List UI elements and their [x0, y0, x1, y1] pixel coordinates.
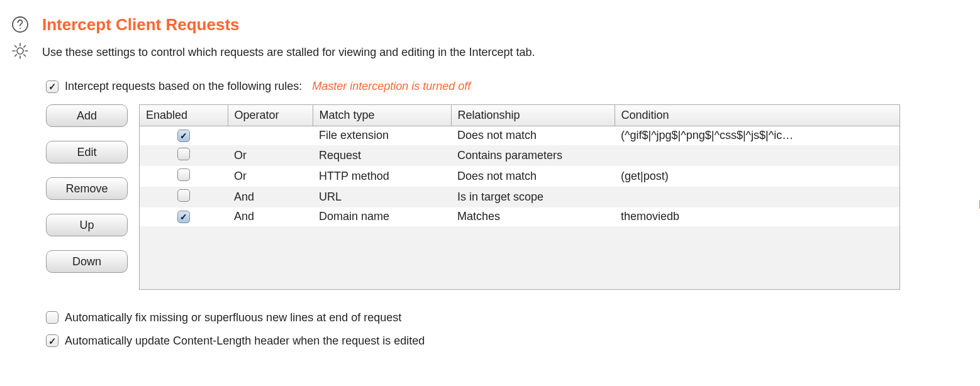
svg-point-1	[19, 28, 21, 29]
update-content-length-label: Automatically update Content-Length head…	[65, 334, 425, 348]
cell-condition: (get|post)	[615, 166, 899, 187]
remove-button[interactable]: Remove	[46, 177, 128, 200]
cell-match-type: Request	[313, 145, 451, 166]
table-row[interactable]: AndURLIs in target scope	[140, 187, 899, 207]
down-button[interactable]: Down	[46, 250, 128, 273]
cell-condition	[615, 187, 899, 207]
cell-match-type: Domain name	[313, 207, 451, 226]
col-relationship[interactable]: Relationship	[451, 105, 615, 126]
edit-button[interactable]: Edit	[46, 141, 128, 163]
section-title: Intercept Client Requests	[42, 16, 240, 33]
row-enabled-checkbox[interactable]	[177, 211, 190, 223]
cell-operator: And	[228, 207, 313, 226]
cell-match-type: HTTP method	[313, 166, 451, 187]
gear-icon[interactable]	[11, 41, 30, 63]
rules-table: Enabled Operator Match type Relationship…	[139, 104, 900, 290]
col-condition[interactable]: Condition	[615, 105, 899, 126]
update-content-length-checkbox[interactable]	[46, 334, 58, 347]
cell-operator: Or	[228, 166, 313, 187]
intercept-enable-checkbox[interactable]	[46, 80, 58, 93]
col-operator[interactable]: Operator	[228, 105, 313, 126]
master-interception-warning: Master interception is turned off	[312, 80, 471, 93]
table-row[interactable]: File extensionDoes not match(^gif$|^jpg$…	[140, 126, 899, 145]
cell-relationship: Does not match	[451, 166, 615, 187]
cell-condition	[615, 145, 899, 166]
row-enabled-checkbox[interactable]	[177, 130, 190, 142]
row-enabled-checkbox[interactable]	[177, 189, 190, 202]
table-header-row: Enabled Operator Match type Relationship…	[140, 105, 899, 126]
col-match-type[interactable]: Match type	[313, 105, 451, 126]
fix-newlines-checkbox[interactable]	[46, 311, 58, 324]
cell-relationship: Contains parameters	[451, 145, 615, 166]
table-row[interactable]: OrRequestContains parameters	[140, 145, 899, 166]
table-empty-space	[140, 226, 899, 289]
cell-operator	[228, 126, 313, 145]
cell-match-type: URL	[313, 187, 451, 207]
row-enabled-checkbox[interactable]	[177, 148, 190, 160]
svg-point-2	[17, 48, 23, 54]
cell-match-type: File extension	[313, 126, 451, 145]
cell-operator: And	[228, 187, 313, 207]
section-description: Use these settings to control which requ…	[42, 46, 535, 59]
cell-condition: themoviedb	[615, 207, 899, 226]
intercept-enable-label: Intercept requests based on the followin…	[65, 80, 302, 93]
up-button[interactable]: Up	[46, 214, 128, 236]
cell-relationship: Does not match	[451, 126, 615, 145]
help-icon[interactable]	[11, 16, 29, 36]
table-row[interactable]: OrHTTP methodDoes not match(get|post)	[140, 166, 899, 187]
add-button[interactable]: Add	[46, 104, 128, 127]
cell-condition: (^gif$|^jpg$|^png$|^css$|^js$|^ic…	[615, 126, 899, 145]
table-row[interactable]: AndDomain nameMatchesthemoviedb	[140, 207, 899, 226]
fix-newlines-label: Automatically fix missing or superfluous…	[65, 311, 401, 324]
row-enabled-checkbox[interactable]	[177, 168, 190, 181]
cell-relationship: Matches	[451, 207, 615, 226]
col-enabled[interactable]: Enabled	[140, 105, 228, 126]
cell-operator: Or	[228, 145, 313, 166]
cell-relationship: Is in target scope	[451, 187, 615, 207]
